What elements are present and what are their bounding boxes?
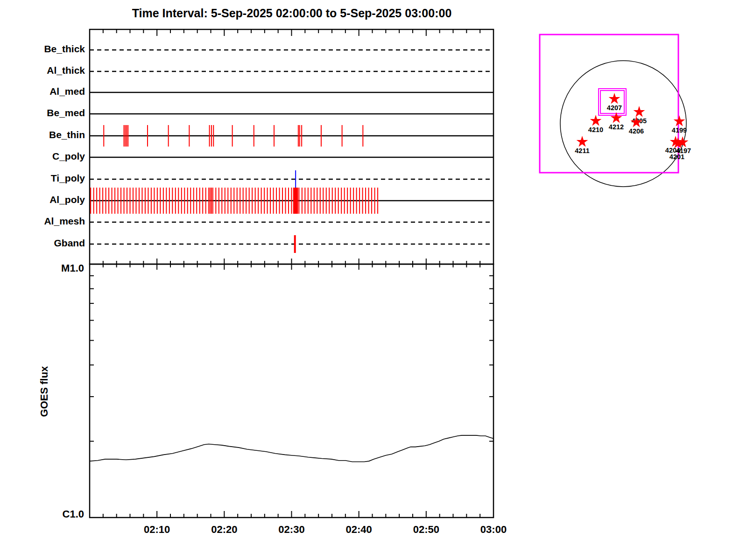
channel-label-al-thick: Al_thick [14, 65, 85, 76]
goes-panel-frame [90, 264, 493, 518]
goes-flux-axis-title: GOES flux [38, 336, 50, 448]
active-region-label-4206: 4206 [629, 127, 644, 135]
channel-label-al-mesh: Al_mesh [14, 216, 85, 227]
active-region-label-4207: 4207 [607, 104, 622, 112]
channel-label-be-med: Be_med [14, 107, 85, 119]
channel-label-c-poly: C_poly [14, 151, 85, 162]
active-region-star-4199 [674, 115, 685, 126]
channel-label-ti-poly: Ti_poly [14, 173, 85, 184]
channel-label-gband: Gband [14, 238, 85, 249]
active-region-star-4211 [577, 136, 588, 147]
y-axis-label-c1: C1.0 [42, 508, 84, 520]
x-tick-label-0240: 02:40 [336, 524, 382, 536]
active-region-label-4201: 4201 [669, 153, 684, 161]
x-tick-label-0250: 02:50 [403, 524, 450, 536]
active-region-star-4205 [634, 106, 645, 117]
channel-label-al-med: Al_med [14, 86, 85, 97]
x-tick-label-0300: 03:00 [470, 524, 517, 536]
active-region-label-4199: 4199 [672, 126, 687, 134]
active-region-label-4210: 4210 [588, 126, 603, 133]
active-region-star-4210 [590, 115, 602, 126]
xrt-exposure-panel-frame [90, 29, 493, 264]
fov-box [540, 35, 678, 173]
y-axis-label-m1: M1.0 [42, 262, 84, 274]
page-title: Time Interval: 5-Sep-2025 02:00:00 to 5-… [90, 7, 494, 20]
channel-label-al-poly: Al_poly [14, 194, 85, 205]
xrt-goes-timeline-screenshot: 4207420542104212420641994211420441974201… [0, 0, 747, 560]
active-region-star-4207 [609, 93, 620, 104]
channel-label-be-thick: Be_thick [14, 43, 85, 55]
x-tick-label-0210: 02:10 [134, 524, 180, 536]
x-tick-label-0230: 02:30 [268, 524, 315, 536]
x-tick-label-0220: 02:20 [201, 524, 247, 536]
channel-label-be-thin: Be_thin [14, 129, 85, 140]
plot-canvas: 4207420542104212420641994211420441974201 [0, 0, 747, 560]
active-region-label-4212: 4212 [609, 123, 624, 131]
active-region-label-4211: 4211 [575, 147, 589, 154]
goes-flux-curve [90, 435, 493, 462]
